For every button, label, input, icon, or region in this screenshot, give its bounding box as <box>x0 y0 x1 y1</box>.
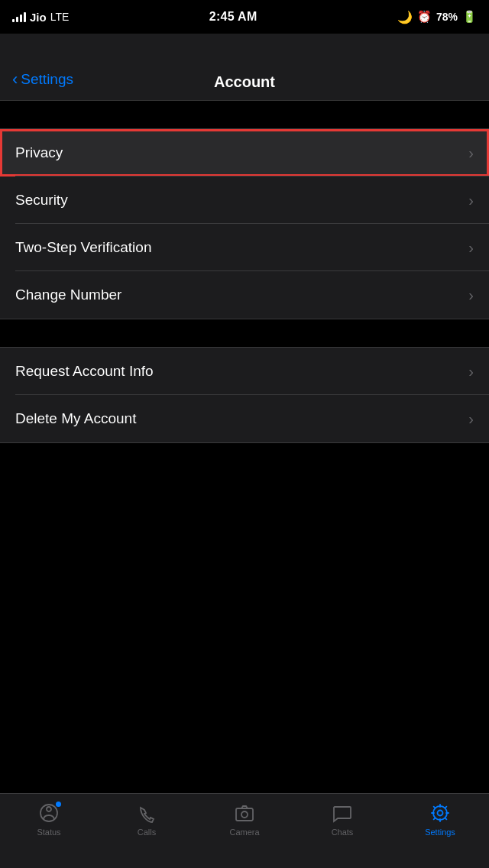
back-button[interactable]: ‹ Settings <box>12 70 73 89</box>
change-number-chevron-icon: › <box>468 287 474 304</box>
status-bar: Jio LTE 2:45 AM 🌙 ⏰ 78% 🔋 <box>0 0 489 34</box>
chats-icon <box>331 802 354 824</box>
moon-icon: 🌙 <box>397 10 413 24</box>
tab-settings[interactable]: Settings <box>391 802 489 837</box>
settings-icon <box>429 802 452 824</box>
status-icon <box>37 802 60 824</box>
tab-settings-label: Settings <box>425 828 455 837</box>
settings-item-request-info[interactable]: Request Account Info › <box>0 348 489 395</box>
privacy-chevron-icon: › <box>468 144 474 162</box>
privacy-label: Privacy <box>15 144 63 161</box>
request-info-label: Request Account Info <box>15 363 154 380</box>
security-chevron-icon: › <box>468 192 474 209</box>
settings-item-privacy[interactable]: Privacy › <box>0 129 489 177</box>
back-label: Settings <box>21 71 73 88</box>
delete-account-label: Delete My Account <box>15 410 136 427</box>
status-left: Jio LTE <box>12 11 69 24</box>
svg-rect-2 <box>236 808 253 821</box>
security-label: Security <box>15 192 68 209</box>
tab-chats[interactable]: Chats <box>293 802 391 837</box>
tab-camera[interactable]: Camera <box>196 802 293 837</box>
status-right: 🌙 ⏰ 78% 🔋 <box>397 10 477 24</box>
signal-bars <box>12 11 26 22</box>
battery-percent: 78% <box>436 11 458 23</box>
battery-icon: 🔋 <box>462 10 477 24</box>
svg-point-3 <box>241 811 248 818</box>
svg-point-5 <box>433 806 447 820</box>
settings-group-2: Request Account Info › Delete My Account… <box>0 347 489 443</box>
calls-icon <box>135 802 158 824</box>
tab-calls[interactable]: Calls <box>98 802 196 837</box>
back-chevron-icon: ‹ <box>12 70 18 89</box>
change-number-label: Change Number <box>15 287 121 303</box>
network-label: LTE <box>50 11 70 23</box>
settings-item-security[interactable]: Security › <box>0 177 489 224</box>
tab-camera-label: Camera <box>229 828 259 837</box>
time-label: 2:45 AM <box>209 10 257 24</box>
settings-item-delete-account[interactable]: Delete My Account › <box>0 395 489 442</box>
tab-status[interactable]: Status <box>0 802 98 837</box>
two-step-chevron-icon: › <box>468 239 474 257</box>
tab-bar: Status Calls Camera Chats <box>0 793 489 868</box>
carrier-label: Jio <box>30 11 47 24</box>
section-spacer-2 <box>0 319 489 347</box>
settings-group-1: Privacy › Security › Two-Step Verificati… <box>0 128 489 319</box>
tab-status-label: Status <box>37 828 60 837</box>
alarm-icon: ⏰ <box>417 10 432 24</box>
svg-point-4 <box>438 811 443 816</box>
camera-icon <box>233 802 256 824</box>
request-info-chevron-icon: › <box>468 363 474 381</box>
tab-calls-label: Calls <box>138 828 156 837</box>
page-title: Account <box>214 73 275 91</box>
settings-item-change-number[interactable]: Change Number › <box>0 271 489 319</box>
settings-item-two-step[interactable]: Two-Step Verification › <box>0 224 489 271</box>
two-step-label: Two-Step Verification <box>15 239 151 256</box>
delete-account-chevron-icon: › <box>468 410 474 428</box>
svg-point-1 <box>47 807 51 811</box>
nav-bar: ‹ Settings Account <box>0 34 489 101</box>
section-spacer-1 <box>0 101 489 128</box>
tab-chats-label: Chats <box>332 828 354 837</box>
status-notification-dot <box>56 802 61 807</box>
